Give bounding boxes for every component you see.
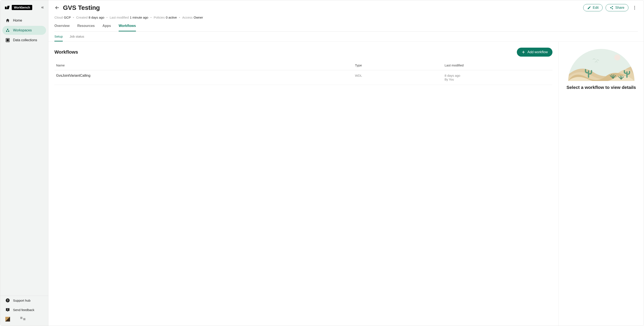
svg-point-0	[7, 29, 8, 30]
help-icon: ?	[5, 298, 10, 303]
svg-rect-7	[8, 40, 9, 41]
subtab-job-status[interactable]: Job status	[70, 35, 84, 42]
svg-point-1	[6, 31, 7, 32]
col-name: Name	[54, 61, 353, 70]
svg-rect-20	[588, 70, 589, 78]
svg-point-17	[634, 9, 635, 10]
svg-point-19	[614, 55, 620, 61]
brand-name: Workbench	[12, 5, 32, 10]
section-header: Workflows Add workflow	[54, 48, 552, 57]
nav-item-home[interactable]: Home	[2, 16, 46, 25]
add-workflow-button[interactable]: Add workflow	[517, 48, 552, 57]
tab-apps[interactable]: Apps	[102, 24, 111, 32]
share-icon	[610, 6, 614, 10]
nav-label: Workspaces	[13, 29, 32, 32]
svg-point-16	[634, 7, 635, 8]
title-row: GVS Testing Edit Share	[54, 4, 638, 11]
nav-item-workspaces[interactable]: Workspaces	[2, 26, 46, 35]
svg-rect-4	[6, 39, 8, 40]
svg-rect-21	[626, 71, 628, 78]
workflows-table: Name Type Last modified GvsJointVariantC…	[54, 61, 552, 85]
nav-label: Support hub	[13, 299, 30, 302]
add-workflow-label: Add workflow	[528, 50, 548, 54]
meta-access: Access Owner	[182, 16, 203, 19]
svg-text:?: ?	[7, 299, 8, 302]
subtab-setup[interactable]: Setup	[54, 35, 63, 42]
sidebar-header: Workbench	[0, 0, 48, 12]
workspaces-icon	[5, 28, 10, 33]
svg-rect-5	[8, 39, 9, 40]
workspace-tabs: Overview Resources Apps Workflows	[54, 24, 638, 32]
logo-icon	[5, 6, 10, 9]
nav-item-send-feedback[interactable]: Send feedback	[2, 305, 46, 314]
cell-type: WDL	[353, 70, 443, 85]
nav-label: Send feedback	[13, 308, 34, 312]
meta-cloud: Cloud GCP	[54, 16, 71, 19]
cell-name: GvsJointVariantCalling	[54, 70, 353, 85]
main: GVS Testing Edit Share Cloud GCP	[48, 0, 644, 326]
avatar	[5, 317, 10, 321]
user-avatar-row[interactable]	[2, 315, 46, 323]
svg-point-2	[8, 31, 10, 32]
more-menu-button[interactable]	[632, 5, 638, 11]
nav-label: Home	[13, 19, 22, 23]
pencil-icon	[587, 6, 591, 10]
share-label: Share	[615, 6, 624, 10]
svg-point-14	[612, 8, 613, 10]
desert-illustration	[568, 49, 634, 81]
tab-workflows[interactable]: Workflows	[119, 24, 136, 32]
topbar: GVS Testing Edit Share Cloud GCP	[48, 0, 644, 32]
page-title: GVS Testing	[63, 4, 100, 11]
sidebar-footer: ? Support hub Send feedback	[0, 296, 48, 326]
edit-label: Edit	[593, 6, 599, 10]
grid-icon	[5, 38, 10, 43]
svg-rect-11	[8, 310, 8, 310]
sidebar-collapse-button[interactable]	[40, 5, 44, 10]
meta-created: Created 8 days ago	[76, 16, 104, 19]
nav-item-data-collections[interactable]: Data collections	[2, 36, 46, 45]
section-title: Workflows	[54, 49, 78, 55]
sidebar: Workbench Home Workspaces Data collectio…	[0, 0, 48, 326]
table-row[interactable]: GvsJointVariantCalling WDL 8 days ago By…	[54, 70, 552, 85]
tab-overview[interactable]: Overview	[54, 24, 70, 32]
detail-placeholder-text: Select a workflow to view details	[566, 85, 636, 90]
svg-point-12	[612, 6, 613, 7]
col-type: Type	[353, 61, 443, 70]
svg-rect-6	[6, 40, 8, 41]
meta-policies: Policies 0 active	[154, 16, 177, 19]
svg-point-15	[634, 6, 635, 7]
tab-resources[interactable]: Resources	[77, 24, 95, 32]
home-icon	[5, 18, 10, 23]
meta-modified: Last modified 1 minute ago	[110, 16, 148, 19]
nav-item-support-hub[interactable]: ? Support hub	[2, 296, 46, 305]
primary-nav: Home Workspaces Data collections	[0, 12, 48, 49]
meta-row: Cloud GCP • Created 8 days ago • Last mo…	[54, 16, 638, 19]
avatar-decoration	[20, 318, 26, 320]
workflow-subtabs: Setup Job status	[48, 32, 644, 42]
title-actions: Edit Share	[583, 4, 638, 11]
detail-panel: Select a workflow to view details	[558, 42, 644, 326]
feedback-icon	[5, 307, 10, 312]
workflows-section: Workflows Add workflow Name Type Last mo…	[48, 42, 558, 326]
share-button[interactable]: Share	[606, 4, 628, 11]
back-button[interactable]	[54, 5, 60, 11]
edit-button[interactable]: Edit	[583, 4, 603, 11]
content-row: Workflows Add workflow Name Type Last mo…	[48, 42, 644, 326]
nav-label: Data collections	[13, 38, 37, 42]
cell-modified: 8 days ago By You	[443, 70, 553, 85]
col-modified: Last modified	[443, 61, 553, 70]
svg-rect-10	[8, 309, 8, 310]
plus-icon	[522, 50, 525, 54]
svg-point-13	[610, 7, 611, 8]
